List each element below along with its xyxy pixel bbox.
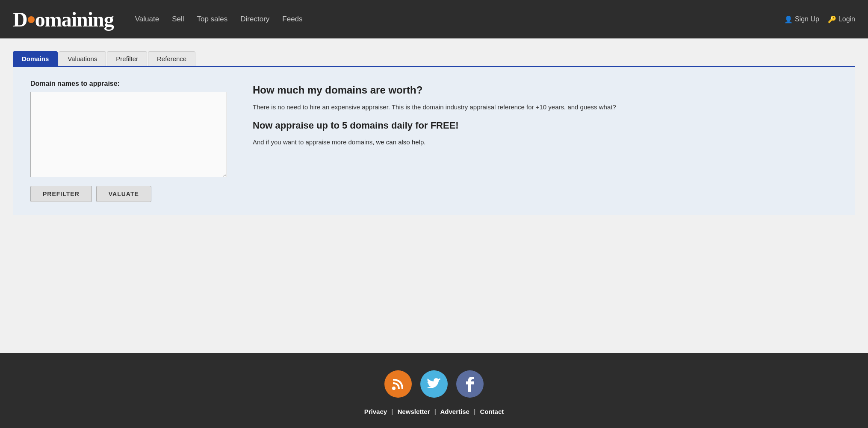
tab-bar: Domains Valuations Prefilter Reference [13,51,855,67]
description-2: And if you want to appraise more domains… [253,137,838,147]
social-icons [384,370,484,398]
valuate-button[interactable]: VALUATE [96,186,151,202]
main-nav: Valuate Sell Top sales Directory Feeds [135,15,303,23]
footer: Privacy | Newsletter | Advertise | Conta… [0,353,868,428]
nav-sell[interactable]: Sell [172,15,184,23]
main-panel: Domain names to appraise: PREFILTER VALU… [13,67,855,215]
footer-newsletter[interactable]: Newsletter [398,408,430,415]
separator-1: | [391,408,393,415]
footer-links: Privacy | Newsletter | Advertise | Conta… [364,408,504,415]
separator-3: | [474,408,475,415]
signup-link[interactable]: 👤 Sign Up [784,15,819,23]
sub-heading: Now appraise up to 5 domains daily for F… [253,120,838,131]
tab-reference[interactable]: Reference [148,51,195,66]
tab-domains[interactable]: Domains [13,51,58,66]
login-icon: 🔑 [828,15,836,23]
nav-directory[interactable]: Directory [240,15,269,23]
description-1: There is no need to hire an expensive ap… [253,102,838,112]
right-column: How much my domains are worth? There is … [253,80,838,155]
person-icon: 👤 [784,15,793,23]
footer-advertise[interactable]: Advertise [440,408,469,415]
nav-feeds[interactable]: Feeds [282,15,302,23]
footer-contact[interactable]: Contact [480,408,504,415]
action-buttons: PREFILTER VALUATE [30,186,227,202]
logo[interactable]: Domaining [13,8,114,31]
facebook-icon-link[interactable] [456,370,484,398]
rss-icon-link[interactable] [384,370,412,398]
tab-valuations[interactable]: Valuations [59,51,106,66]
main-heading: How much my domains are worth? [253,84,838,96]
nav-top-sales[interactable]: Top sales [197,15,227,23]
domain-textarea[interactable] [30,92,227,177]
domain-field-label: Domain names to appraise: [30,80,227,88]
footer-privacy[interactable]: Privacy [364,408,387,415]
header: Domaining Valuate Sell Top sales Directo… [0,0,868,38]
help-link[interactable]: we can also help. [376,138,426,146]
left-column: Domain names to appraise: PREFILTER VALU… [30,80,227,202]
main-content: Domains Valuations Prefilter Reference D… [0,38,868,353]
separator-2: | [434,408,436,415]
twitter-icon-link[interactable] [420,370,448,398]
nav-valuate[interactable]: Valuate [135,15,159,23]
tab-prefilter[interactable]: Prefilter [107,51,147,66]
svg-point-0 [392,387,396,390]
login-link[interactable]: 🔑 Login [828,15,855,23]
header-right: 👤 Sign Up 🔑 Login [784,15,855,23]
logo-text: Domaining [13,8,114,31]
prefilter-button[interactable]: PREFILTER [30,186,92,202]
